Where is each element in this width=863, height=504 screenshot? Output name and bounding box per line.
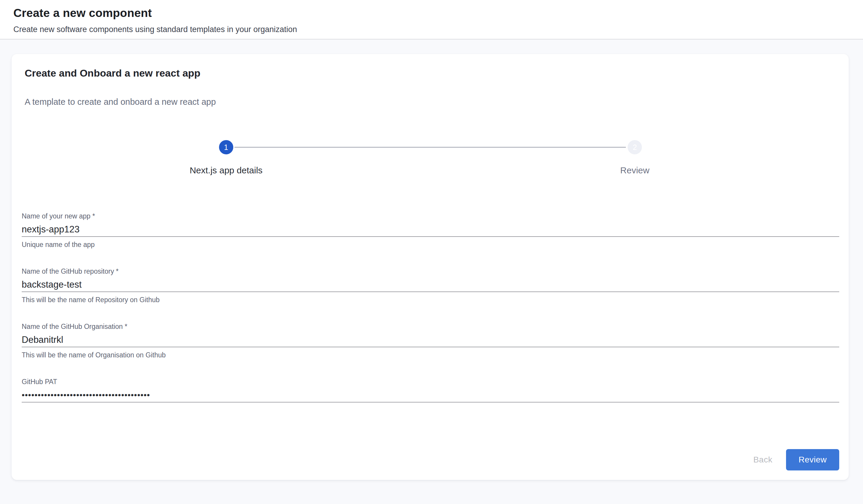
field-github-pat: GitHub PAT <box>22 377 839 402</box>
field-app-name-helper: Unique name of the app <box>22 241 839 249</box>
form-actions: Back Review <box>12 449 849 470</box>
stepper-connector-line <box>235 147 626 147</box>
template-form: Name of your new app * Unique name of th… <box>12 212 849 421</box>
field-github-pat-label: GitHub PAT <box>22 377 839 386</box>
field-app-name-input[interactable] <box>22 224 839 237</box>
field-repo-name-input[interactable] <box>22 280 839 292</box>
step-2-circle: 2 <box>628 140 642 154</box>
field-org-name-input[interactable] <box>22 335 839 347</box>
card-header: Create and Onboard a new react app A tem… <box>12 54 849 107</box>
step-review: 2 Review <box>430 140 839 176</box>
field-app-name-label: Name of your new app * <box>22 212 839 220</box>
field-app-name: Name of your new app * Unique name of th… <box>22 212 839 249</box>
field-repo-name: Name of the GitHub repository * This wil… <box>22 267 839 304</box>
review-button[interactable]: Review <box>786 449 839 470</box>
field-repo-name-label: Name of the GitHub repository * <box>22 267 839 275</box>
card-title: Create and Onboard a new react app <box>25 67 836 79</box>
card-subtitle: A template to create and onboard a new r… <box>25 97 836 107</box>
field-repo-name-helper: This will be the name of Repository on G… <box>22 296 839 304</box>
step-1-circle: 1 <box>219 140 233 154</box>
step-nextjs-app-details: 1 Next.js app details <box>22 140 430 176</box>
back-button[interactable]: Back <box>745 450 781 469</box>
field-github-pat-input[interactable] <box>22 390 839 402</box>
field-org-name: Name of the GitHub Organisation * This w… <box>22 322 839 359</box>
step-1-label: Next.js app details <box>190 165 262 176</box>
field-org-name-label: Name of the GitHub Organisation * <box>22 322 839 331</box>
step-2-label: Review <box>620 165 649 176</box>
page-subtitle: Create new software components using sta… <box>13 24 849 35</box>
template-card: Create and Onboard a new react app A tem… <box>12 54 849 480</box>
field-org-name-helper: This will be the name of Organisation on… <box>22 351 839 359</box>
page-title: Create a new component <box>13 6 849 20</box>
step-1-number: 1 <box>224 143 228 152</box>
step-2-number: 2 <box>633 143 637 152</box>
stepper: 1 Next.js app details 2 Review <box>12 140 849 176</box>
page-main: Create and Onboard a new react app A tem… <box>0 39 863 480</box>
page-header: Create a new component Create new softwa… <box>0 0 863 39</box>
